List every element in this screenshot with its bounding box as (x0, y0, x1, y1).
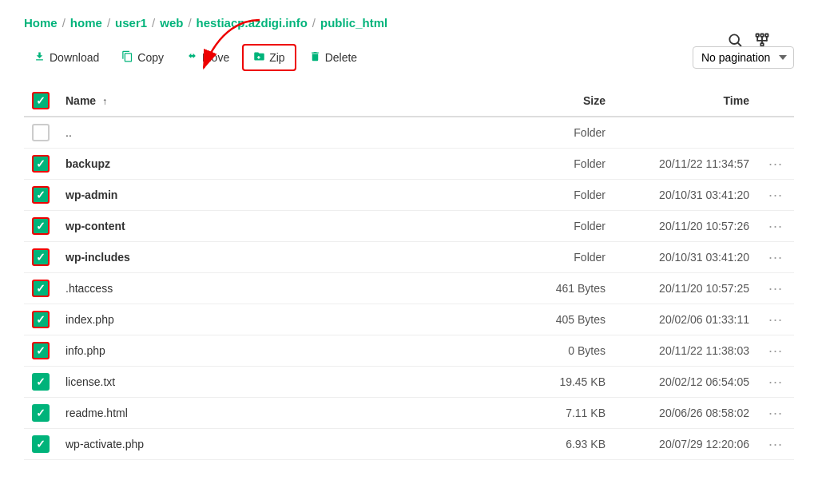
table-row: index.php405 Bytes20/02/06 01:33:11··· (24, 304, 794, 335)
row-actions-button[interactable]: ··· (765, 249, 786, 266)
row-actions-cell: ··· (757, 398, 794, 429)
file-name[interactable]: wp-admin (66, 189, 117, 201)
row-name-cell: .htaccess (58, 273, 518, 304)
row-actions-cell: ··· (757, 273, 794, 304)
row-actions-cell: ··· (757, 180, 794, 211)
pagination-dropdown[interactable]: No pagination 10 per page 20 per page 50… (693, 46, 794, 69)
file-name[interactable]: .. (66, 126, 72, 139)
row-actions-cell: ··· (757, 304, 794, 335)
row-actions-button[interactable]: ··· (765, 312, 786, 328)
move-button[interactable]: Move (177, 46, 239, 69)
row-actions-cell: ··· (757, 149, 794, 180)
row-checkbox[interactable] (32, 248, 50, 266)
row-name-cell: wp-admin (58, 180, 518, 211)
copy-icon (121, 50, 133, 65)
breadcrumb-user1[interactable]: user1 (115, 16, 147, 30)
row-checkbox-cell (24, 242, 58, 273)
row-actions-cell: ··· (757, 211, 794, 242)
row-time-cell: 20/11/22 11:38:03 (614, 335, 757, 367)
row-actions-button[interactable]: ··· (765, 218, 786, 235)
row-checkbox[interactable] (32, 186, 50, 204)
zip-icon (253, 50, 265, 65)
row-checkbox[interactable] (32, 217, 50, 235)
table-row: wp-activate.php6.93 KB20/07/29 12:20:06·… (24, 429, 794, 460)
row-time-cell: 20/02/12 06:54:05 (614, 367, 757, 398)
row-actions-button[interactable]: ··· (765, 156, 786, 173)
row-time-cell: 20/06/26 08:58:02 (614, 398, 757, 429)
row-time-cell: 20/11/20 10:57:25 (614, 273, 757, 304)
row-size-cell: 461 Bytes (518, 273, 614, 304)
row-checkbox[interactable] (32, 435, 50, 453)
row-size-cell: Folder (518, 149, 614, 180)
copy-button[interactable]: Copy (112, 46, 173, 69)
row-time-cell: 20/11/20 10:57:26 (614, 211, 757, 242)
row-time-cell: 20/10/31 03:41:20 (614, 242, 757, 273)
row-name-cell: info.php (58, 335, 518, 367)
row-size-cell: 0 Bytes (518, 335, 614, 367)
row-name-cell: .. (58, 117, 518, 149)
row-checkbox-cell (24, 273, 58, 304)
file-name[interactable]: backupz (66, 157, 110, 170)
pagination-select[interactable]: No pagination 10 per page 20 per page 50… (693, 46, 794, 69)
row-actions-button[interactable]: ··· (765, 436, 786, 453)
row-actions-button[interactable]: ··· (765, 405, 786, 422)
row-checkbox[interactable] (32, 373, 50, 391)
row-name-cell: index.php (58, 304, 518, 335)
row-checkbox-cell (24, 180, 58, 211)
table-row: wp-includesFolder20/10/31 03:41:20··· (24, 242, 794, 273)
name-header[interactable]: Name ↑ (58, 85, 518, 117)
row-checkbox-cell (24, 211, 58, 242)
file-name[interactable]: info.php (66, 344, 105, 357)
breadcrumb-domain[interactable]: hestiacp.azdigi.info (197, 16, 308, 30)
row-name-cell: wp-activate.php (58, 429, 518, 460)
row-time-cell: 20/10/31 03:41:20 (614, 180, 757, 211)
row-size-cell: 19.45 KB (518, 367, 614, 398)
file-name[interactable]: wp-content (66, 220, 125, 232)
row-actions-button[interactable]: ··· (765, 187, 786, 204)
file-name[interactable]: readme.html (66, 407, 128, 419)
delete-button[interactable]: Delete (300, 46, 367, 69)
row-size-cell: 7.11 KB (518, 398, 614, 429)
table-row: ..Folder (24, 117, 794, 149)
row-checkbox[interactable] (32, 280, 50, 297)
row-time-cell: 20/07/29 12:20:06 (614, 429, 757, 460)
file-name[interactable]: index.php (66, 313, 114, 326)
file-name[interactable]: wp-includes (66, 251, 130, 264)
download-button[interactable]: Download (24, 46, 109, 69)
select-all-checkbox[interactable] (32, 92, 50, 109)
row-actions-cell: ··· (757, 367, 794, 398)
row-actions-cell (757, 117, 794, 149)
toolbar: Download Copy Move Zip Delete (24, 44, 794, 71)
row-checkbox-cell (24, 429, 58, 460)
row-checkbox-cell (24, 398, 58, 429)
row-size-cell: Folder (518, 117, 614, 149)
row-actions-button[interactable]: ··· (765, 343, 786, 359)
file-name[interactable]: wp-activate.php (66, 438, 144, 450)
row-actions-cell: ··· (757, 429, 794, 460)
breadcrumb-home[interactable]: Home (24, 16, 58, 30)
table-row: info.php0 Bytes20/11/22 11:38:03··· (24, 335, 794, 367)
row-actions-button[interactable]: ··· (765, 374, 786, 391)
row-checkbox[interactable] (32, 404, 50, 422)
row-checkbox[interactable] (32, 311, 50, 328)
time-header: Time (614, 85, 757, 117)
row-checkbox[interactable] (32, 124, 50, 141)
row-actions-button[interactable]: ··· (765, 280, 786, 297)
row-name-cell: wp-includes (58, 242, 518, 273)
row-size-cell: Folder (518, 211, 614, 242)
file-name[interactable]: .htaccess (66, 282, 113, 295)
row-checkbox[interactable] (32, 342, 50, 359)
move-icon (186, 50, 198, 65)
row-size-cell: 405 Bytes (518, 304, 614, 335)
size-header: Size (518, 85, 614, 117)
row-name-cell: wp-content (58, 211, 518, 242)
breadcrumb-home2[interactable]: home (70, 16, 102, 30)
zip-button[interactable]: Zip (242, 44, 296, 71)
row-checkbox[interactable] (32, 155, 50, 173)
row-size-cell: Folder (518, 180, 614, 211)
breadcrumb-public-html[interactable]: public_html (320, 16, 387, 30)
row-time-cell: 20/11/22 11:34:57 (614, 149, 757, 180)
file-name[interactable]: license.txt (66, 375, 115, 388)
row-size-cell: 6.93 KB (518, 429, 614, 460)
breadcrumb-web[interactable]: web (160, 16, 183, 30)
